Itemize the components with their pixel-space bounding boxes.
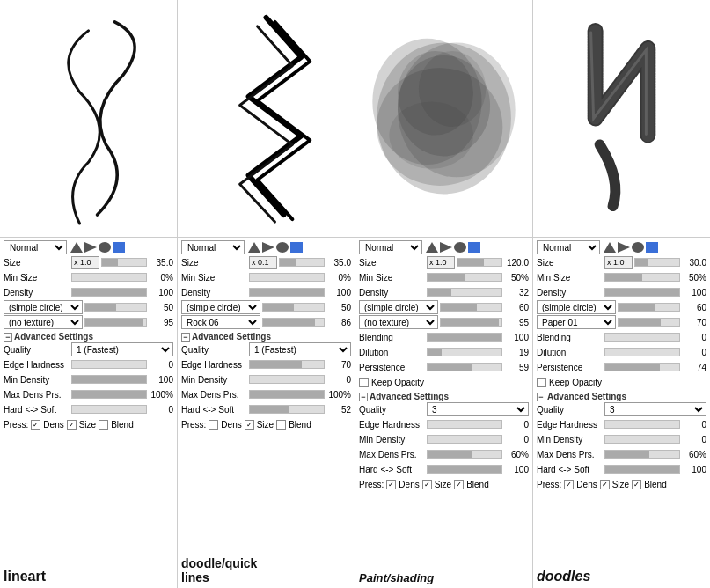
minsize-slider-3[interactable] — [427, 273, 502, 282]
density-slider-2[interactable] — [249, 288, 325, 297]
mode-icon-1d[interactable] — [113, 242, 125, 253]
mode-icon-4d[interactable] — [646, 242, 658, 253]
edgehard-slider-4[interactable] — [604, 420, 680, 429]
brush1-slider-2[interactable] — [262, 303, 325, 312]
blendmode-select-4[interactable]: Normal — [537, 240, 600, 254]
blending-slider-3[interactable] — [427, 333, 502, 342]
minsize-slider-4[interactable] — [604, 273, 680, 282]
mode-icon-3b[interactable] — [440, 242, 452, 253]
mindens-slider-4[interactable] — [604, 435, 680, 444]
mode-icon-2b[interactable] — [262, 242, 274, 253]
mindens-slider-3[interactable] — [427, 435, 502, 444]
adv-minus-2[interactable]: − — [181, 333, 190, 342]
adv-minus-3[interactable]: − — [359, 393, 368, 401]
brush2-slider-4[interactable] — [618, 318, 680, 327]
multiplier-4[interactable]: x 1.0 — [604, 256, 633, 269]
cb-size-2[interactable] — [245, 420, 254, 430]
hardsoft-slider-4[interactable] — [604, 465, 680, 474]
brush1-slider-3[interactable] — [440, 303, 502, 312]
brush2-slider-2[interactable] — [262, 318, 325, 327]
cb-size-3[interactable] — [422, 480, 432, 489]
hardsoft-row-1: Hard <-> Soft 0 — [4, 402, 173, 416]
blending-slider-4[interactable] — [604, 333, 680, 342]
quality-select-2[interactable]: 1 (Fastest) — [249, 342, 351, 356]
cb-blend-2[interactable] — [276, 420, 286, 430]
hardsoft-slider-2[interactable] — [249, 405, 325, 414]
hardsoft-slider-1[interactable] — [71, 405, 147, 414]
cb-blend-3[interactable] — [454, 480, 464, 489]
cb-keepopacity-4[interactable] — [537, 378, 546, 387]
brush2-select-2[interactable]: Rock 06 — [181, 315, 260, 329]
mindens-slider-2[interactable] — [249, 375, 325, 384]
brush2-select-3[interactable]: (no texture) — [359, 315, 438, 329]
maxdens-slider-4[interactable] — [604, 450, 680, 459]
minsize-slider-2[interactable] — [249, 273, 325, 282]
brush1-slider-4[interactable] — [618, 303, 680, 312]
density-slider-3[interactable] — [427, 288, 502, 297]
hardsoft-slider-3[interactable] — [427, 465, 502, 474]
cb-dens-4[interactable] — [564, 480, 574, 489]
mindens-slider-1[interactable] — [71, 375, 147, 384]
mode-icons-4 — [604, 242, 658, 253]
quality-select-1[interactable]: 1 (Fastest) — [71, 342, 173, 356]
quality-select-3[interactable]: 3 — [427, 402, 529, 416]
maxdens-slider-1[interactable] — [71, 390, 147, 399]
multiplier-1[interactable]: x 1.0 — [71, 256, 99, 269]
brush1-slider-1[interactable] — [84, 303, 147, 312]
brush2-select-1[interactable]: (no texture) — [4, 315, 83, 329]
density-slider-1[interactable] — [71, 288, 147, 297]
mode-icon-4b[interactable] — [618, 242, 630, 253]
blendmode-select-2[interactable]: Normal — [181, 240, 245, 254]
cb-blend-4[interactable] — [632, 480, 641, 489]
size-slider-4[interactable] — [634, 258, 680, 267]
mode-icon-4a[interactable] — [604, 242, 616, 253]
mode-icon-4c[interactable] — [632, 242, 644, 253]
density-slider-4[interactable] — [604, 288, 680, 297]
mode-icon-1a[interactable] — [70, 242, 83, 253]
mode-icon-2d[interactable] — [290, 242, 303, 253]
brush1-select-1[interactable]: (simple circle) — [4, 300, 83, 314]
minsize-slider-1[interactable] — [71, 273, 147, 282]
persistence-slider-4[interactable] — [604, 363, 680, 371]
brush2-slider-1[interactable] — [84, 318, 147, 327]
mode-icon-3d[interactable] — [468, 242, 480, 253]
edgehard-slider-3[interactable] — [427, 420, 502, 429]
persistence-slider-3[interactable] — [427, 363, 502, 371]
maxdens-slider-3[interactable] — [427, 450, 502, 459]
adv-minus-1[interactable]: − — [4, 333, 12, 342]
mode-icon-2c[interactable] — [276, 242, 289, 253]
quality-select-4[interactable]: 3 — [604, 402, 706, 416]
cb-dens-1[interactable] — [31, 420, 40, 430]
cb-dens-3[interactable] — [386, 480, 396, 489]
multiplier-2[interactable]: x 0.1 — [249, 256, 277, 269]
mode-icon-2a[interactable] — [248, 242, 260, 253]
size-slider-1[interactable] — [101, 258, 147, 267]
cb-dens-2[interactable] — [209, 420, 218, 430]
brush1-select-2[interactable]: (simple circle) — [181, 300, 260, 314]
adv-minus-4[interactable]: − — [537, 393, 545, 401]
cb-blend-1[interactable] — [99, 420, 108, 430]
size-slider-3[interactable] — [457, 258, 502, 267]
dilution-slider-4[interactable] — [604, 348, 680, 356]
brush2-val-1: 95 — [149, 318, 173, 327]
brush2-select-4[interactable]: Paper 01 — [537, 315, 616, 329]
edgehard-slider-2[interactable] — [249, 360, 325, 369]
mode-icon-1b[interactable] — [84, 242, 97, 253]
mode-icon-3c[interactable] — [454, 242, 466, 253]
brush1-select-4[interactable]: (simple circle) — [537, 300, 616, 314]
maxdens-slider-2[interactable] — [249, 390, 325, 399]
blendmode-select-1[interactable]: Normal — [4, 240, 67, 254]
brush2-slider-3[interactable] — [440, 318, 502, 327]
dilution-slider-3[interactable] — [427, 348, 502, 356]
blendmode-select-3[interactable]: Normal — [359, 240, 422, 254]
cb-keepopacity-3[interactable] — [359, 378, 369, 387]
edgehard-slider-1[interactable] — [71, 360, 147, 369]
mode-icon-1c[interactable] — [99, 242, 111, 253]
multiplier-3[interactable]: x 1.0 — [427, 256, 455, 269]
minsize-row-3: Min Size 50% — [359, 270, 529, 284]
mode-icon-3a[interactable] — [426, 242, 438, 253]
cb-size-1[interactable] — [67, 420, 77, 430]
brush1-select-3[interactable]: (simple circle) — [359, 300, 438, 314]
size-slider-2[interactable] — [279, 258, 325, 267]
cb-size-4[interactable] — [600, 480, 610, 489]
